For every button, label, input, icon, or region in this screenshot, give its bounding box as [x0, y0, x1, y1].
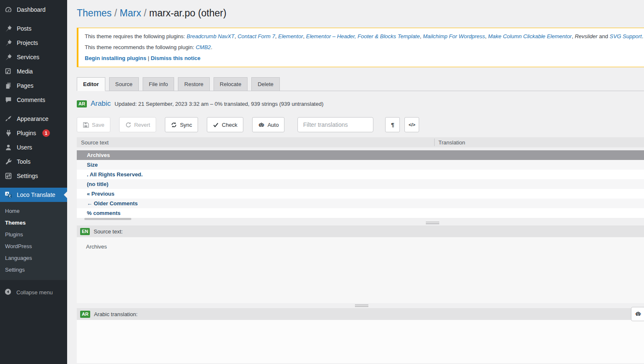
notice-text: , [572, 33, 575, 39]
plugin-link[interactable]: SVG Support [610, 33, 642, 39]
table-row[interactable]: . All Rights Reserved. [77, 170, 644, 179]
revert-button[interactable]: Revert [119, 117, 156, 132]
save-button[interactable]: Save [77, 117, 110, 132]
tab-editor[interactable]: Editor [77, 77, 105, 91]
plugins-update-badge: 1 [42, 129, 50, 137]
pilcrow-icon: ¶ [391, 122, 394, 128]
collapse-menu-button[interactable]: Collapse menu [0, 285, 67, 299]
notice-text: . [642, 33, 644, 39]
language-link[interactable]: Arabic [91, 100, 111, 108]
sidebar-item-services[interactable]: Services [0, 50, 67, 64]
sidebar-item-label: Pages [17, 82, 34, 89]
sidebar-item-tools[interactable]: Tools [0, 155, 67, 169]
submenu-item-home[interactable]: Home [0, 205, 67, 217]
table-row[interactable]: « Previous [77, 189, 644, 199]
sidebar-item-label: Appearance [17, 115, 49, 122]
loco-translate-editor-page: Dashboard Posts Projects Services Media [0, 0, 644, 364]
plugin-link[interactable]: Make Column Clickable Elementor [488, 33, 571, 39]
sidebar-item-label: Loco Translate [17, 191, 55, 198]
table-row[interactable]: Size [77, 160, 644, 170]
breadcrumb: Themes / Marx / marx-ar.po (other) [67, 0, 644, 19]
breadcrumb-separator: / [112, 8, 120, 18]
tgmpa-plugin-notice: This theme requires the following plugin… [77, 28, 644, 67]
collapse-menu-label: Collapse menu [16, 289, 53, 296]
pushpin-icon [4, 24, 13, 33]
robot-icon [258, 121, 265, 128]
plugin-link[interactable]: Contact Form 7 [237, 33, 275, 39]
source-translation-splitter[interactable] [77, 303, 644, 308]
pages-icon [4, 81, 13, 90]
tab-relocate[interactable]: Relocate [214, 77, 248, 91]
breadcrumb-link-themes[interactable]: Themes [77, 8, 112, 18]
sidebar-item-label: Services [17, 54, 39, 60]
toggle-code-view-button[interactable]: </> [404, 117, 419, 132]
splitter-grip-icon [355, 304, 368, 307]
admin-sidebar: Dashboard Posts Projects Services Media [0, 0, 67, 364]
submenu-item-settings[interactable]: Settings [0, 264, 67, 276]
check-button[interactable]: Check [207, 117, 243, 132]
sidebar-item-comments[interactable]: Comments [0, 93, 67, 107]
toggle-invisibles-button[interactable]: ¶ [385, 117, 400, 132]
tab-restore[interactable]: Restore [178, 77, 210, 91]
tab-source[interactable]: Source [109, 77, 139, 91]
plugin-link[interactable]: Elementor – Header, Footer & Blocks Temp… [306, 33, 420, 39]
sidebar-item-projects[interactable]: Projects [0, 36, 67, 50]
sidebar-item-users[interactable]: Users [0, 140, 67, 155]
sidebar-item-plugins[interactable]: Plugins 1 [0, 126, 67, 140]
sidebar-item-settings[interactable]: Settings [0, 169, 67, 183]
tab-file-info[interactable]: File info [143, 77, 175, 91]
sidebar-item-label: Posts [17, 25, 31, 32]
sync-icon [171, 122, 177, 128]
plugin-link[interactable]: Breadcrumb NavXT [187, 33, 235, 39]
notice-actions-line: Begin installing plugins | Dismiss this … [85, 54, 644, 63]
loco-translate-submenu: Home Themes Plugins WordPress Languages … [0, 202, 67, 280]
table-row[interactable]: (no title) [77, 179, 644, 189]
list-editor-splitter[interactable] [77, 220, 644, 225]
filter-translations-input[interactable] [297, 117, 373, 132]
tab-delete[interactable]: Delete [251, 77, 280, 91]
language-badge-en: EN [80, 228, 90, 235]
notice-required-plugins-line: This theme requires the following plugin… [85, 32, 644, 41]
sidebar-item-pages[interactable]: Pages [0, 79, 67, 93]
source-text-panel-label: Source text: [94, 228, 123, 235]
pushpin-icon [4, 53, 13, 61]
dismiss-notice-link[interactable]: Dismiss this notice [151, 55, 200, 61]
sidebar-item-posts[interactable]: Posts [0, 21, 67, 36]
main-content: Themes / Marx / marx-ar.po (other) This … [67, 0, 644, 364]
strings-table-header: Source text Translation [77, 137, 644, 147]
translation-editor-textarea[interactable] [77, 320, 644, 363]
begin-installing-plugins-link[interactable]: Begin installing plugins [85, 55, 146, 61]
submenu-item-wordpress[interactable]: WordPress [0, 241, 67, 252]
notice-text: , [275, 33, 278, 39]
table-row[interactable]: Archives [77, 150, 644, 160]
comments-icon [4, 96, 13, 104]
sidebar-item-loco-translate[interactable]: A Loco Translate [0, 188, 67, 202]
plugin-link-cmb2[interactable]: CMB2 [196, 44, 211, 50]
column-divider[interactable] [434, 139, 435, 146]
sidebar-item-dashboard[interactable]: Dashboard [0, 3, 67, 17]
users-icon [4, 143, 13, 152]
table-row[interactable]: % comments [77, 208, 644, 218]
notice-text: This theme requires the following plugin… [85, 33, 187, 39]
auto-translate-button[interactable]: Auto [252, 117, 285, 132]
hscrollbar-thumb[interactable] [84, 218, 131, 220]
sidebar-item-label: Tools [17, 158, 31, 165]
submenu-item-languages[interactable]: Languages [0, 252, 67, 264]
notice-text: . [211, 44, 213, 50]
plugin-link[interactable]: Mailchimp For Wordpress [423, 33, 485, 39]
notice-text: | [146, 55, 151, 61]
sidebar-item-label: Settings [17, 173, 38, 179]
plugin-link[interactable]: Elementor [278, 33, 303, 39]
sidebar-item-media[interactable]: Media [0, 64, 67, 79]
sync-button[interactable]: Sync [165, 117, 198, 132]
sidebar-item-label: Users [17, 144, 32, 151]
auto-translate-field-button[interactable] [631, 307, 644, 321]
appearance-icon [4, 115, 13, 123]
table-row[interactable]: ← Older Comments [77, 199, 644, 208]
strings-list: Archives Size . All Rights Reserved. (no… [77, 150, 644, 218]
submenu-item-themes[interactable]: Themes [0, 217, 67, 229]
sidebar-item-appearance[interactable]: Appearance [0, 112, 67, 126]
loco-translate-icon: A [4, 191, 13, 199]
submenu-item-plugins[interactable]: Plugins [0, 229, 67, 241]
breadcrumb-link-marx[interactable]: Marx [120, 8, 141, 18]
